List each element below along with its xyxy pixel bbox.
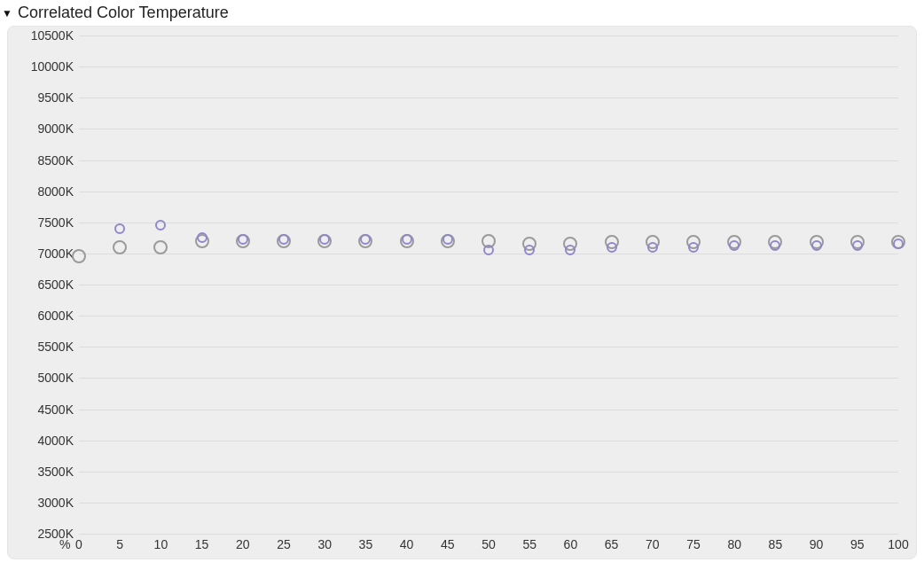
x-tick-label: 100: [888, 537, 908, 551]
x-tick-label: 15: [195, 537, 209, 551]
x-tick-label: 10: [154, 537, 168, 551]
x-tick-label: 45: [441, 537, 455, 551]
data-point: [524, 245, 535, 255]
gridline: [79, 472, 898, 473]
data-point: [155, 220, 166, 230]
gridline: [79, 285, 898, 285]
y-tick-label: 8500K: [38, 153, 74, 168]
x-tick-label: 40: [400, 537, 414, 551]
data-point: [238, 234, 248, 245]
x-tick-label: 60: [564, 537, 578, 551]
x-tick-label: 30: [317, 537, 332, 551]
gridline: [79, 160, 898, 161]
x-tick-label: 90: [810, 537, 824, 551]
x-tick-label: 80: [727, 537, 741, 551]
section-title: Correlated Color Temperature: [18, 4, 229, 22]
x-tick-label: 85: [769, 537, 783, 551]
data-point: [402, 234, 412, 245]
data-point: [893, 238, 904, 249]
y-tick-label: 3000K: [38, 496, 74, 510]
y-tick-label: 9000K: [38, 121, 74, 136]
x-tick-label: 70: [646, 537, 660, 551]
gridline: [79, 410, 898, 410]
x-tick-label: 65: [605, 537, 619, 551]
data-point: [360, 234, 371, 245]
y-tick-label: 4000K: [38, 434, 74, 448]
y-tick-label: 5000K: [38, 371, 74, 385]
data-point: [197, 232, 208, 243]
data-point: [113, 240, 127, 254]
gridline: [79, 66, 898, 67]
gridline: [79, 503, 898, 504]
x-tick-label: 55: [522, 537, 536, 551]
y-tick-label: 7500K: [38, 215, 74, 230]
data-point: [153, 240, 168, 254]
gridline: [79, 191, 898, 192]
x-tick-label: 25: [277, 537, 291, 551]
data-point: [72, 249, 86, 263]
data-point: [811, 240, 822, 251]
y-tick-label: 6000K: [38, 309, 74, 323]
data-point: [319, 234, 330, 245]
gridline: [79, 441, 898, 441]
chevron-down-icon: ▼: [2, 7, 12, 20]
data-point: [565, 245, 576, 255]
y-tick-label: 7000K: [38, 246, 74, 261]
y-tick-label: 9500K: [38, 90, 74, 105]
x-tick-label: 75: [686, 537, 701, 551]
data-point: [729, 240, 740, 251]
x-tick-label: 95: [850, 537, 865, 551]
gridline: [79, 223, 898, 223]
x-tick-label: 5: [116, 537, 123, 551]
x-tick-label: 35: [359, 537, 373, 551]
y-tick-label: 6500K: [38, 277, 74, 292]
data-point: [114, 223, 125, 234]
data-point: [852, 240, 863, 251]
y-tick-label: 4500K: [38, 402, 74, 417]
y-tick-label: 3500K: [38, 465, 74, 479]
gridline: [79, 378, 898, 379]
x-tick-label: 50: [482, 537, 496, 551]
gridline: [79, 347, 898, 348]
data-point: [278, 234, 289, 245]
x-tick-label: 0: [75, 537, 82, 551]
gridline: [79, 534, 898, 535]
plot-area: % 2500K3000K3500K4000K4500K5000K5500K600…: [79, 35, 898, 534]
y-tick-label: 10000K: [31, 59, 74, 74]
data-point: [607, 242, 617, 253]
gridline: [79, 98, 898, 98]
data-point: [483, 245, 494, 255]
gridline: [79, 316, 898, 316]
y-tick-label: 5500K: [38, 340, 74, 354]
y-tick-label: 8000K: [38, 184, 74, 199]
chart-panel: % 2500K3000K3500K4000K4500K5000K5500K600…: [7, 26, 917, 559]
section-header[interactable]: ▼ Correlated Color Temperature: [0, 0, 924, 26]
gridline: [79, 129, 898, 129]
data-point: [442, 234, 453, 245]
data-point: [770, 240, 780, 251]
y-tick-label: 10500K: [31, 28, 74, 43]
x-tick-label: 20: [236, 537, 250, 551]
gridline: [79, 35, 898, 36]
y-tick-label: 2500K: [38, 527, 74, 541]
data-point: [647, 242, 658, 253]
data-point: [688, 242, 699, 253]
